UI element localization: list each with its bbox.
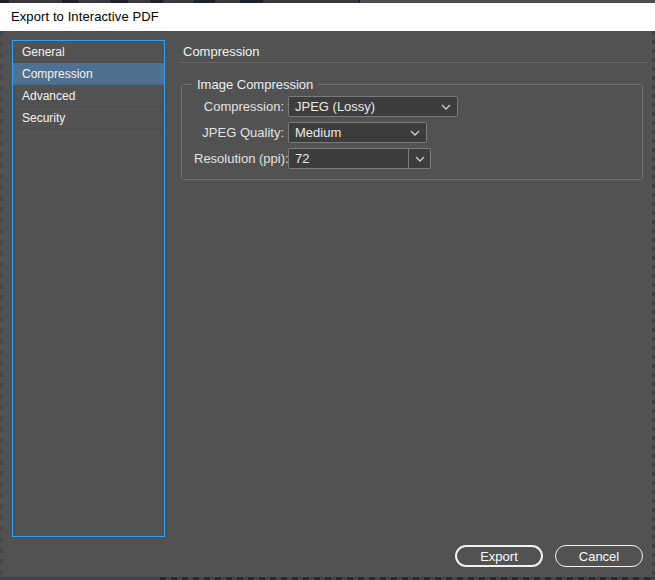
heading-separator — [181, 62, 648, 63]
compression-dropdown[interactable]: JPEG (Lossy) — [288, 96, 458, 117]
sidebar-item-label: Security — [22, 111, 65, 125]
dropdown-value: Medium — [289, 125, 404, 140]
export-interactive-pdf-dialog: Export to Interactive PDF General Compre… — [0, 0, 655, 580]
compression-field-row: Compression: JPEG (Lossy) — [194, 96, 458, 117]
sidebar-item-compression[interactable]: Compression — [13, 63, 164, 85]
group-legend: Image Compression — [192, 77, 318, 92]
sidebar-item-label: Advanced — [22, 89, 75, 103]
sidebar-item-advanced[interactable]: Advanced — [13, 85, 164, 107]
chevron-down-icon — [435, 97, 457, 116]
jpeg-quality-field-row: JPEG Quality: Medium — [194, 122, 427, 143]
sidebar-item-security[interactable]: Security — [13, 107, 164, 129]
sidebar-item-general[interactable]: General — [13, 41, 164, 63]
image-compression-group: Image Compression Compression: JPEG (Los… — [181, 84, 643, 180]
resolution-label: Resolution (ppi): — [194, 151, 284, 166]
cancel-button[interactable]: Cancel — [555, 545, 643, 567]
resolution-combobox[interactable]: 72 — [288, 148, 431, 169]
jpeg-quality-label: JPEG Quality: — [194, 125, 284, 140]
chevron-down-icon — [404, 123, 426, 142]
category-list: General Compression Advanced Security — [12, 40, 165, 537]
combobox-value: 72 — [289, 151, 408, 166]
dropdown-value: JPEG (Lossy) — [289, 99, 435, 114]
jpeg-quality-dropdown[interactable]: Medium — [288, 122, 427, 143]
export-button[interactable]: Export — [455, 545, 543, 567]
resolution-field-row: Resolution (ppi): 72 — [194, 148, 431, 169]
chevron-down-icon[interactable] — [408, 149, 430, 168]
background-app-sliver-left — [0, 31, 3, 577]
dialog-body: General Compression Advanced Security Co… — [0, 31, 655, 577]
window-titlebar[interactable]: Export to Interactive PDF — [0, 3, 655, 32]
page-title: Compression — [183, 44, 260, 59]
compression-label: Compression: — [194, 99, 284, 114]
sidebar-item-label: General — [22, 45, 65, 59]
sidebar-item-label: Compression — [22, 67, 93, 81]
window-title: Export to Interactive PDF — [11, 9, 159, 24]
